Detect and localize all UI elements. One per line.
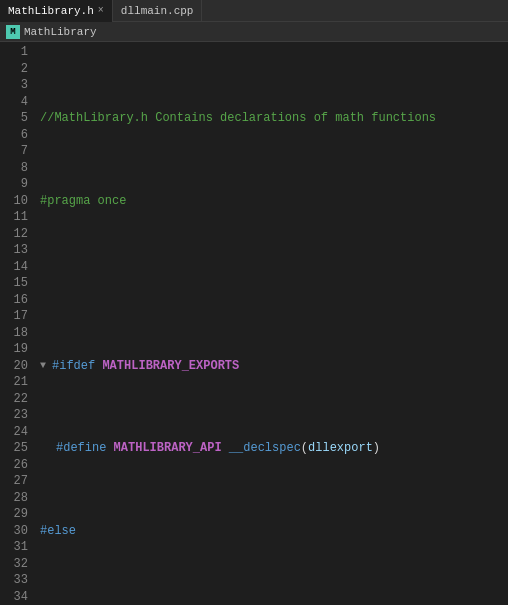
code-line-6: #else <box>40 523 508 540</box>
ln-6: 6 <box>0 127 28 144</box>
ln-19: 19 <box>0 341 28 358</box>
ln-20: 20 <box>0 358 28 375</box>
line5-define: #define <box>56 440 114 457</box>
ln-30: 30 <box>0 523 28 540</box>
line4-ifdef: #ifdef <box>52 358 102 375</box>
ln-18: 18 <box>0 325 28 342</box>
line2-text: #pragma once <box>40 193 126 210</box>
ln-32: 32 <box>0 556 28 573</box>
breadcrumb-icon: M <box>6 25 20 39</box>
ln-5: 5 <box>0 110 28 127</box>
ln-31: 31 <box>0 539 28 556</box>
ln-28: 28 <box>0 490 28 507</box>
code-content[interactable]: //MathLibrary.h Contains declarations of… <box>36 42 508 605</box>
ln-2: 2 <box>0 61 28 78</box>
ln-24: 24 <box>0 424 28 441</box>
ln-8: 8 <box>0 160 28 177</box>
code-line-3 <box>40 275 508 292</box>
ln-9: 9 <box>0 176 28 193</box>
ln-21: 21 <box>0 374 28 391</box>
ln-10: 10 <box>0 193 28 210</box>
breadcrumb-path: MathLibrary <box>24 26 97 38</box>
ln-33: 33 <box>0 572 28 589</box>
ln-34: 34 <box>0 589 28 606</box>
collapse-icon-4[interactable]: ▼ <box>40 358 50 375</box>
code-line-5: #define MATHLIBRARY_API __declspec(dllex… <box>40 440 508 457</box>
line4-macro: MATHLIBRARY_EXPORTS <box>102 358 239 375</box>
breadcrumb-bar: M MathLibrary <box>0 22 508 42</box>
ln-12: 12 <box>0 226 28 243</box>
code-area: 1 2 3 4 5 6 7 8 9 10 11 12 13 14 15 16 1… <box>0 42 508 605</box>
ln-1: 1 <box>0 44 28 61</box>
ln-11: 11 <box>0 209 28 226</box>
ln-3: 3 <box>0 77 28 94</box>
line1-text: //MathLibrary.h Contains declarations of… <box>40 110 436 127</box>
ln-23: 23 <box>0 407 28 424</box>
ln-14: 14 <box>0 259 28 276</box>
line5-dllexport: dllexport <box>308 440 373 457</box>
line5-declspec: __declspec <box>229 440 301 457</box>
ln-17: 17 <box>0 308 28 325</box>
ln-15: 15 <box>0 275 28 292</box>
tab-label-dllmain: dllmain.cpp <box>121 5 194 17</box>
ln-25: 25 <box>0 440 28 457</box>
line-numbers: 1 2 3 4 5 6 7 8 9 10 11 12 13 14 15 16 1… <box>0 42 36 605</box>
tab-bar: MathLibrary.h × dllmain.cpp <box>0 0 508 22</box>
tab-mathlibrary[interactable]: MathLibrary.h × <box>0 0 113 22</box>
ln-22: 22 <box>0 391 28 408</box>
line5-api: MATHLIBRARY_API <box>114 440 229 457</box>
code-line-2: #pragma once <box>40 193 508 210</box>
breadcrumb-icon-letter: M <box>10 27 15 37</box>
ln-13: 13 <box>0 242 28 259</box>
ln-16: 16 <box>0 292 28 309</box>
ln-7: 7 <box>0 143 28 160</box>
ln-29: 29 <box>0 506 28 523</box>
ln-27: 27 <box>0 473 28 490</box>
line6-else: #else <box>40 523 76 540</box>
code-line-4: ▼#ifdef MATHLIBRARY_EXPORTS <box>40 358 508 375</box>
code-line-1: //MathLibrary.h Contains declarations of… <box>40 110 508 127</box>
tab-dllmain[interactable]: dllmain.cpp <box>113 0 203 22</box>
tab-label-mathlibrary: MathLibrary.h <box>8 5 94 17</box>
tab-close-mathlibrary[interactable]: × <box>98 5 104 16</box>
ln-26: 26 <box>0 457 28 474</box>
ln-4: 4 <box>0 94 28 111</box>
